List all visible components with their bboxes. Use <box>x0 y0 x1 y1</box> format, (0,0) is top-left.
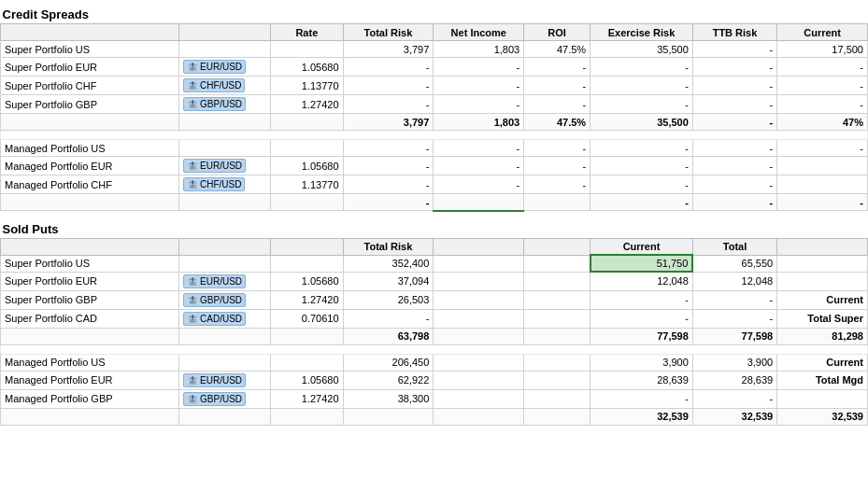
row-ttbrisk: 65,550 <box>692 255 776 272</box>
row-roi <box>524 255 591 272</box>
row-current-label: Current <box>777 290 868 309</box>
row-netincome: - <box>434 77 524 95</box>
col-header-totalrisk: Total Risk <box>343 238 434 255</box>
row-netincome: - <box>434 140 524 157</box>
row-exrisk: 35,500 <box>591 41 693 58</box>
row-name: Super Portfolio CHF <box>1 77 179 95</box>
row-totalrisk: - <box>343 140 434 157</box>
row-totalrisk: - <box>343 157 434 175</box>
row-totalrisk <box>343 408 434 425</box>
row-current: 81,298 <box>777 328 868 344</box>
row-rate: 1.27420 <box>271 290 343 309</box>
bank-icon: 🏦 <box>187 295 198 305</box>
row-netincome <box>434 194 524 211</box>
row-current <box>777 175 868 194</box>
col-header-name <box>1 238 179 255</box>
row-name: Managed Portfolio US <box>1 140 179 157</box>
row-exrisk: - <box>591 290 693 309</box>
bank-icon: 🏦 <box>187 179 198 189</box>
row-current <box>777 157 868 175</box>
row-current: - <box>777 58 868 77</box>
row-totalrisk: - <box>343 95 434 114</box>
row-icon: 🏦CHF/USD <box>179 175 271 194</box>
bank-icon: 🏦 <box>187 375 198 386</box>
row-current: - <box>777 140 868 157</box>
row-exrisk: - <box>591 389 693 408</box>
row-name: Managed Portfolio EUR <box>1 371 179 389</box>
section-title-row: Credit Spreads <box>1 4 868 24</box>
row-current-label: Total Super <box>777 309 868 328</box>
row-exrisk: - <box>591 140 693 157</box>
row-roi: - <box>524 77 591 95</box>
row-rate: 1.13770 <box>271 175 343 194</box>
row-icon <box>179 114 271 131</box>
row-exrisk: 77,598 <box>591 328 693 344</box>
row-name: Super Portfolio EUR <box>1 58 179 77</box>
col-header-ttbrisk: TTB Risk <box>692 24 776 41</box>
row-totalrisk: 37,094 <box>343 272 434 290</box>
row-icon <box>179 328 271 344</box>
table-row: Super Portfolio GBP 🏦GBP/USD 1.27420 - -… <box>1 95 868 114</box>
row-name: Super Portfolio CAD <box>1 309 179 328</box>
row-name <box>1 114 179 131</box>
row-icon: 🏦EUR/USD <box>179 272 271 290</box>
row-current: 17,500 <box>777 41 868 58</box>
row-netincome <box>434 290 524 309</box>
row-roi <box>524 290 591 309</box>
currency-badge: 🏦GBP/USD <box>183 392 246 406</box>
row-totalrisk: - <box>343 175 434 194</box>
row-netincome <box>434 371 524 389</box>
table-row: Managed Portfolio CHF 🏦CHF/USD 1.13770 -… <box>1 175 868 194</box>
row-exrisk: - <box>591 58 693 77</box>
row-totalrisk: - <box>343 58 434 77</box>
col-header-icon <box>179 24 271 41</box>
row-exrisk: - <box>591 95 693 114</box>
table-row: Super Portfolio CAD 🏦CAD/USD 0.70610 - -… <box>1 309 868 328</box>
bank-icon: 🏦 <box>187 62 198 72</box>
row-current: - <box>777 77 868 95</box>
row-roi: - <box>524 157 591 175</box>
row-totalrisk: - <box>343 309 434 328</box>
row-exrisk: 32,539 <box>591 408 693 425</box>
col-header-exrisk: Current <box>591 238 693 255</box>
currency-badge: 🏦CHF/USD <box>183 177 245 191</box>
row-rate: 1.05680 <box>271 157 343 175</box>
row-exrisk: 35,500 <box>591 114 693 131</box>
subtotal-row: 63,798 77,598 77,598 81,298 <box>1 328 868 344</box>
sold-puts-header: Total Risk Current Total <box>1 238 868 255</box>
row-name: Super Portfolio EUR <box>1 272 179 290</box>
row-roi <box>524 309 591 328</box>
section-title-row: Sold Puts <box>1 218 868 239</box>
col-header-roi <box>524 238 591 255</box>
row-exrisk: 3,900 <box>591 354 693 371</box>
row-current-label: Current <box>777 354 868 371</box>
row-icon <box>179 255 271 272</box>
row-icon: 🏦CAD/USD <box>179 309 271 328</box>
table-row: Super Portfolio CHF 🏦CHF/USD 1.13770 - -… <box>1 77 868 95</box>
bank-icon: 🏦 <box>187 161 198 171</box>
currency-badge: 🏦CAD/USD <box>183 312 246 326</box>
table-row: Super Portfolio GBP 🏦GBP/USD 1.27420 26,… <box>1 290 868 309</box>
row-netincome <box>434 354 524 371</box>
col-header-exrisk: Exercise Risk <box>591 24 693 41</box>
row-rate: 1.27420 <box>271 389 343 408</box>
row-exrisk: - <box>591 309 693 328</box>
row-exrisk: 28,639 <box>591 371 693 389</box>
empty-cell <box>1 131 868 140</box>
row-rate: 1.27420 <box>271 95 343 114</box>
row-roi: - <box>524 95 591 114</box>
table-row: Managed Portfolio GBP 🏦GBP/USD 1.27420 3… <box>1 389 868 408</box>
row-icon: 🏦EUR/USD <box>179 58 271 77</box>
table-row: Managed Portfolio EUR 🏦EUR/USD 1.05680 6… <box>1 371 868 389</box>
bank-icon: 🏦 <box>187 314 198 324</box>
col-header-current <box>777 238 868 255</box>
row-roi <box>524 389 591 408</box>
bank-icon: 🏦 <box>187 276 198 287</box>
currency-badge: 🏦EUR/USD <box>183 159 246 173</box>
row-ttbrisk: - <box>692 58 776 77</box>
row-roi: - <box>524 175 591 194</box>
row-exrisk: - <box>591 175 693 194</box>
row-netincome <box>434 328 524 344</box>
row-current <box>777 389 868 408</box>
subtotal-row: - - - - <box>1 194 868 211</box>
